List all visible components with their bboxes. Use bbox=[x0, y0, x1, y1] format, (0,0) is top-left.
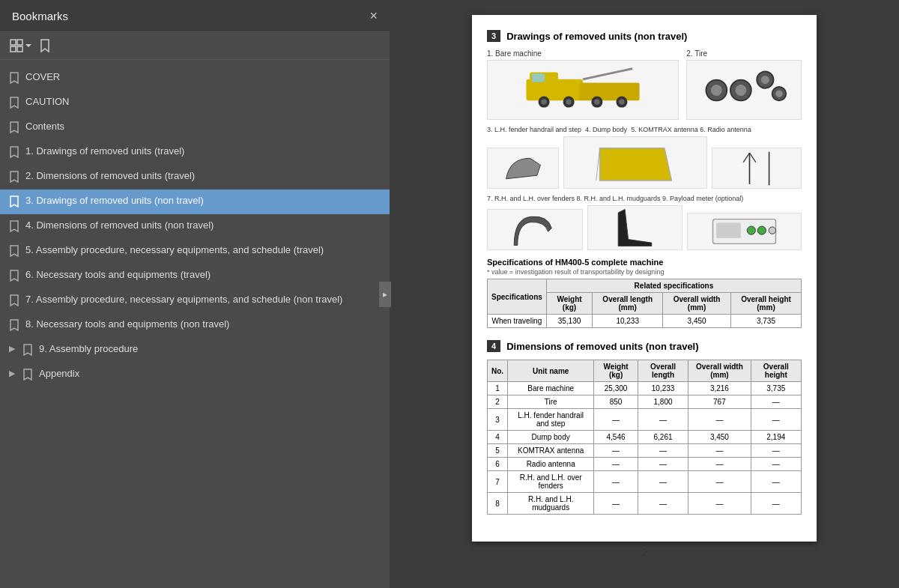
bookmark-icon-4 bbox=[9, 220, 19, 234]
sidebar-item-3[interactable]: 3. Drawings of removed units (non travel… bbox=[0, 190, 390, 214]
section-4-title: Dimensions of removed units (non travel) bbox=[506, 341, 698, 352]
dim-col-height: Overall height bbox=[751, 360, 801, 382]
spec-section: Specifications of HM400-5 complete machi… bbox=[487, 258, 802, 328]
sidebar-item-appendix[interactable]: ▶ Appendix bbox=[0, 363, 390, 387]
svg-point-25 bbox=[775, 90, 782, 97]
sidebar: Bookmarks × COVER bbox=[0, 0, 390, 588]
drawing-over-fenders bbox=[487, 209, 583, 250]
drawing-label-bare: 1. Bare machine bbox=[487, 49, 679, 58]
bookmark-icon bbox=[37, 38, 52, 53]
sidebar-item-9-label: 9. Assembly procedure bbox=[39, 342, 138, 356]
spec-note: * value = investigation result of transp… bbox=[487, 268, 802, 276]
drawings-top-row: 1. Bare machine bbox=[487, 49, 802, 120]
drawing-bare-machine: 1. Bare machine bbox=[487, 49, 679, 120]
sidebar-item-cover[interactable]: COVER bbox=[0, 66, 390, 91]
sidebar-item-9[interactable]: ▶ 9. Assembly procedure bbox=[0, 338, 390, 363]
radio-antenna-svg bbox=[765, 149, 774, 188]
expand-arrow-appendix: ▶ bbox=[9, 369, 15, 378]
svg-line-26 bbox=[596, 148, 599, 181]
svg-point-21 bbox=[735, 85, 746, 96]
table-row: When traveling 35,130 10,233 3,450 3,735 bbox=[488, 315, 802, 328]
dropdown-arrow-icon bbox=[25, 43, 31, 49]
main-content: 3 Drawings of removed units (non travel)… bbox=[390, 0, 899, 588]
drawing-img-bare bbox=[487, 60, 679, 120]
sidebar-item-contents-label: Contents bbox=[25, 120, 64, 133]
item-labels-bottom: 7. R.H. and L.H. over fenders 8. R.H. an… bbox=[487, 195, 802, 202]
table-row: 8 R.H. and L.H. mudguards — — — — bbox=[488, 493, 802, 515]
table-row: 6 Radio antenna — — — — bbox=[488, 458, 802, 471]
bookmark-icon-contents bbox=[9, 121, 19, 136]
page-number: 2 bbox=[642, 548, 647, 558]
spec-col-specifications: Specifications bbox=[488, 279, 547, 315]
table-row: 7 R.H. and L.H. over fenders — — — — bbox=[488, 471, 802, 493]
spec-row-label: When traveling bbox=[488, 315, 547, 328]
drawing-img-mudguards bbox=[587, 205, 683, 250]
drawing-mudguards bbox=[587, 205, 683, 250]
sidebar-content: COVER CAUTION Contents 1. Drawings of re… bbox=[0, 60, 390, 588]
bare-machine-svg bbox=[519, 64, 647, 115]
sidebar-title: Bookmarks bbox=[12, 10, 68, 22]
sidebar-item-contents[interactable]: Contents bbox=[0, 115, 390, 140]
dimensions-table: No. Unit name Weight (kg) Overall length… bbox=[487, 360, 802, 515]
svg-marker-4 bbox=[25, 44, 31, 47]
sidebar-item-cover-label: COVER bbox=[25, 70, 60, 84]
close-button[interactable]: × bbox=[369, 9, 378, 22]
sidebar-item-2-label: 2. Dimensions of removed units (travel) bbox=[25, 169, 195, 183]
sidebar-item-1[interactable]: 1. Drawings of removed units (travel) bbox=[0, 140, 390, 165]
dump-body-svg bbox=[593, 137, 679, 188]
sidebar-item-caution[interactable]: CAUTION bbox=[0, 91, 390, 115]
spec-row-width: 3,450 bbox=[663, 315, 731, 328]
drawing-payload-meter bbox=[687, 213, 802, 250]
sidebar-item-8[interactable]: 8. Necessary tools and equipments (non t… bbox=[0, 313, 390, 338]
svg-rect-2 bbox=[10, 46, 16, 52]
sidebar-item-6[interactable]: 6. Necessary tools and equipments (trave… bbox=[0, 264, 390, 288]
svg-rect-1 bbox=[17, 40, 22, 45]
dim-col-length: Overall length bbox=[638, 360, 688, 382]
drawing-fender bbox=[487, 148, 559, 189]
table-row: 2 Tire 850 1,800 767 — bbox=[488, 395, 802, 409]
grid-icon bbox=[9, 38, 24, 53]
sidebar-item-2[interactable]: 2. Dimensions of removed units (travel) bbox=[0, 165, 390, 190]
svg-rect-8 bbox=[532, 73, 545, 82]
grid-view-button[interactable] bbox=[9, 38, 31, 53]
sidebar-item-4[interactable]: 4. Dimensions of removed units (non trav… bbox=[0, 214, 390, 239]
overfenders-svg bbox=[510, 211, 559, 249]
sidebar-item-caution-label: CAUTION bbox=[25, 95, 70, 109]
section-3-num: 3 bbox=[487, 30, 500, 42]
spec-row-length: 10,233 bbox=[593, 315, 663, 328]
section-4-header: 4 Dimensions of removed units (non trave… bbox=[487, 340, 802, 352]
spec-subh-height: Overall height (mm) bbox=[730, 293, 801, 315]
bookmark-icon-1 bbox=[9, 146, 19, 160]
svg-rect-0 bbox=[10, 40, 16, 45]
bookmark-icon-appendix bbox=[22, 369, 33, 383]
drawing-dump-body bbox=[563, 136, 707, 189]
svg-point-33 bbox=[747, 226, 755, 234]
svg-point-34 bbox=[757, 226, 766, 234]
sidebar-header: Bookmarks × bbox=[0, 0, 390, 32]
panel-toggle-button[interactable]: ▸ bbox=[379, 282, 391, 307]
spec-row-weight: 35,130 bbox=[546, 315, 592, 328]
sidebar-item-7[interactable]: 7. Assembly procedure, necessary equipme… bbox=[0, 288, 390, 313]
svg-point-14 bbox=[594, 99, 600, 105]
drawing-tire: 2. Tire bbox=[686, 49, 802, 120]
table-row: 3 L.H. fender handrail and step — — — — bbox=[488, 409, 802, 431]
spec-col-related: Related specifications bbox=[546, 279, 801, 293]
dim-col-no: No. bbox=[488, 360, 508, 382]
drawing-label-tire: 2. Tire bbox=[686, 49, 802, 58]
komtrax-svg bbox=[740, 149, 759, 188]
bookmark-view-button[interactable] bbox=[37, 38, 52, 53]
svg-point-12 bbox=[566, 99, 572, 105]
drawing-antennas bbox=[712, 148, 802, 189]
bookmark-icon-6 bbox=[9, 270, 19, 284]
bookmark-icon-8 bbox=[9, 319, 19, 333]
drawings-mid-row bbox=[487, 136, 802, 189]
spec-subh-weight: Weight (kg) bbox=[546, 293, 592, 315]
bookmark-icon-5 bbox=[9, 245, 19, 259]
dim-col-name: Unit name bbox=[508, 360, 594, 382]
svg-point-19 bbox=[711, 85, 722, 96]
sidebar-toolbar bbox=[0, 32, 390, 60]
spec-subh-length: Overall length (mm) bbox=[593, 293, 663, 315]
svg-point-10 bbox=[541, 99, 547, 105]
sidebar-item-5[interactable]: 5. Assembly procedure, necessary equipme… bbox=[0, 239, 390, 264]
drawing-img-antennas bbox=[712, 148, 802, 189]
